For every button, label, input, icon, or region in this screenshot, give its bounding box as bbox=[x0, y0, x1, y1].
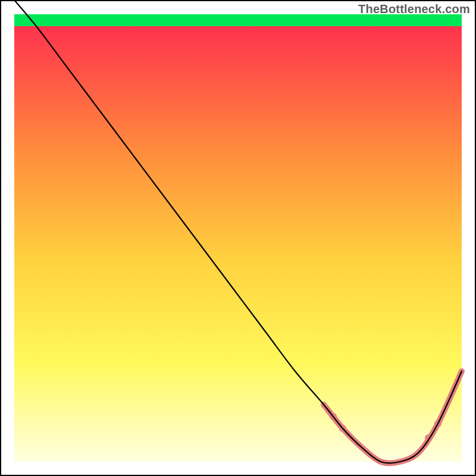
gradient-background bbox=[14, 14, 462, 462]
watermark-text: TheBottleneck.com bbox=[358, 2, 470, 16]
green-band bbox=[14, 14, 462, 26]
bottleneck-chart: TheBottleneck.com bbox=[0, 0, 476, 476]
chart-plot-area bbox=[0, 0, 476, 476]
